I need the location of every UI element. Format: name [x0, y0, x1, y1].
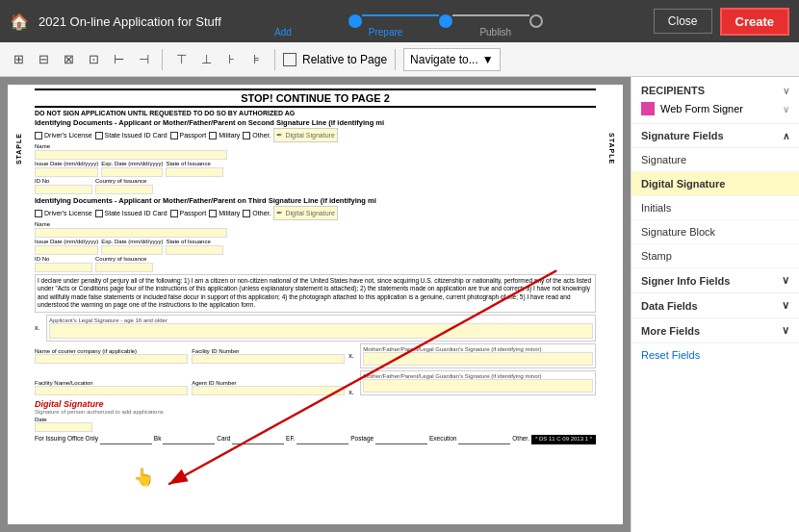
idno-input-1[interactable]: [35, 185, 92, 194]
field-country-2: Country of Issuance: [95, 256, 153, 272]
create-button[interactable]: Create: [720, 8, 789, 36]
facility-row: Name of courier company (if applicable) …: [35, 343, 596, 368]
date-input[interactable]: [35, 422, 92, 432]
recipients-row: Web Form Signer ∨: [641, 102, 789, 115]
step-prepare[interactable]: [439, 14, 452, 28]
sig-fields-chevron: ∧: [783, 131, 789, 141]
signer-info-header[interactable]: Signer Info Fields ∨: [631, 268, 799, 293]
field-item-signature[interactable]: Signature: [631, 148, 799, 172]
home-icon[interactable]: 🏠: [10, 13, 29, 31]
field-issue-1: Issue Date (mm/dd/yyyy): [35, 161, 98, 177]
step-publish[interactable]: [529, 14, 543, 28]
state-input-2[interactable]: [166, 245, 223, 255]
date-label: Date: [35, 417, 596, 422]
sig-person-label: Signature of person authorized to add ap…: [35, 409, 596, 415]
field-item-digital-signature[interactable]: Digital Signature: [631, 172, 799, 196]
toolbar: ⊞ ⊟ ⊠ ⊡ ⊢ ⊣ ⊤ ⊥ ⊦ ⊧ Relative to Page Nav…: [0, 42, 799, 77]
toolbar-sep-2: [274, 49, 275, 70]
postage-label: Postage: [350, 435, 374, 444]
issue-input-2[interactable]: [35, 245, 98, 255]
facility-input[interactable]: [35, 354, 188, 364]
facility-id-input[interactable]: [192, 354, 345, 364]
sig-input-parent2[interactable]: [363, 379, 593, 393]
state-label-2: State of Issuance: [166, 239, 223, 244]
country-input-2[interactable]: [95, 263, 153, 272]
app-title: 2021 On-line Application for Stuff: [39, 14, 237, 29]
tool-icon-7[interactable]: ⊤: [170, 49, 192, 70]
more-fields-header[interactable]: More Fields ∨: [631, 318, 799, 343]
recipient-chevron: ∨: [783, 104, 789, 114]
issue-input-1[interactable]: [35, 167, 98, 177]
progress-line-2: [452, 14, 529, 16]
bk-label: Bk: [154, 435, 162, 444]
state-label-1: State of Issuance: [166, 161, 223, 166]
facility-id-field: Facility ID Number: [192, 348, 345, 364]
sig-input-applicant[interactable]: [49, 323, 593, 339]
id-passport-2: Passport: [170, 210, 207, 217]
close-button[interactable]: Close: [654, 9, 712, 34]
step-add[interactable]: [348, 14, 362, 28]
field-idno-1: ID No: [35, 178, 92, 194]
bk-field: [100, 435, 152, 444]
step-prepare-label: Prepare: [369, 27, 403, 38]
sig-input-parent1[interactable]: [363, 352, 593, 366]
toolbar-sep-1: [162, 49, 163, 70]
field-idno-2: ID No: [35, 256, 92, 272]
x-mark-1: x.: [35, 315, 42, 342]
field-issue-2: Issue Date (mm/dd/yyyy): [35, 239, 98, 255]
form-row-name-1: Name: [35, 143, 596, 160]
recipients-section: RECIPIENTS ∨ Web Form Signer ∨: [631, 77, 799, 124]
staple-left: STAPLE: [15, 133, 22, 165]
name-input-2[interactable]: [35, 228, 227, 238]
id-other-2: Other.: [243, 210, 271, 217]
exp-input-1[interactable]: [101, 167, 163, 177]
tool-icon-5[interactable]: ⊢: [108, 49, 129, 70]
tool-icon-8[interactable]: ⊥: [195, 49, 217, 70]
country-input-1[interactable]: [95, 185, 153, 194]
field-exp-1: Exp. Date (mm/dd/yyyy): [101, 161, 163, 177]
recipients-chevron: ∨: [783, 86, 789, 96]
tool-icon-2[interactable]: ⊟: [33, 49, 54, 70]
facility-name-input[interactable]: [35, 386, 188, 395]
navigate-dropdown[interactable]: Navigate to... ▼: [403, 48, 501, 71]
x-mark-2: x.: [348, 352, 356, 359]
sig-section: x. Applicant's Legal Signature - age 16 …: [35, 315, 596, 342]
id-other: Other.: [243, 132, 271, 139]
field-exp-2: Exp. Date (mm/dd/yyyy): [101, 239, 163, 255]
exp-label-2: Exp. Date (mm/dd/yyyy): [101, 239, 163, 244]
agent-id-field: Agent ID Number: [192, 380, 345, 395]
sig-block-applicant: Applicant's Legal Signature - age 16 and…: [46, 315, 596, 342]
bottom-sig-row: Facility Name/Location Agent ID Number x…: [35, 370, 596, 395]
id-military-2: Military: [209, 210, 240, 217]
tool-icon-3[interactable]: ⊠: [58, 49, 79, 70]
name-label-2: Name: [35, 221, 227, 227]
tool-icon-6[interactable]: ⊣: [133, 49, 154, 70]
tool-icon-4[interactable]: ⊡: [83, 49, 104, 70]
postage-field: [296, 435, 348, 444]
top-bar-actions: Close Create: [654, 8, 789, 36]
tool-icon-10[interactable]: ⊧: [245, 49, 267, 70]
idno-label-2: ID No: [35, 256, 92, 262]
sig-fields-header[interactable]: Signature Fields ∧: [631, 124, 799, 148]
country-label-2: Country of Issuance: [95, 256, 153, 262]
name-input-1[interactable]: [35, 150, 227, 160]
form-row-name-2: Name: [35, 221, 596, 238]
field-item-stamp[interactable]: Stamp: [631, 244, 799, 268]
reset-fields-link[interactable]: Reset Fields: [631, 343, 799, 367]
data-fields-header[interactable]: Data Fields ∨: [631, 293, 799, 318]
tool-icon-1[interactable]: ⊞: [8, 49, 29, 70]
exp-input-2[interactable]: [101, 245, 163, 255]
field-item-initials[interactable]: Initials: [631, 196, 799, 220]
relative-checkbox[interactable]: [283, 53, 296, 66]
section1-title: Identifying Documents - Applicant or Mot…: [35, 118, 596, 127]
tool-icon-9[interactable]: ⊦: [220, 49, 242, 70]
idno-input-2[interactable]: [35, 263, 92, 272]
agent-id-input[interactable]: [192, 386, 345, 395]
form-row-id-2: ID No Country of Issuance: [35, 256, 596, 272]
recipient-name: Web Form Signer: [660, 103, 777, 114]
recipients-header[interactable]: RECIPIENTS ∨: [641, 85, 789, 96]
field-sig-block-label: Signature Block: [641, 226, 715, 238]
field-item-sig-block[interactable]: Signature Block: [631, 220, 799, 244]
issue-label-2: Issue Date (mm/dd/yyyy): [35, 239, 98, 244]
state-input-1[interactable]: [166, 167, 223, 177]
